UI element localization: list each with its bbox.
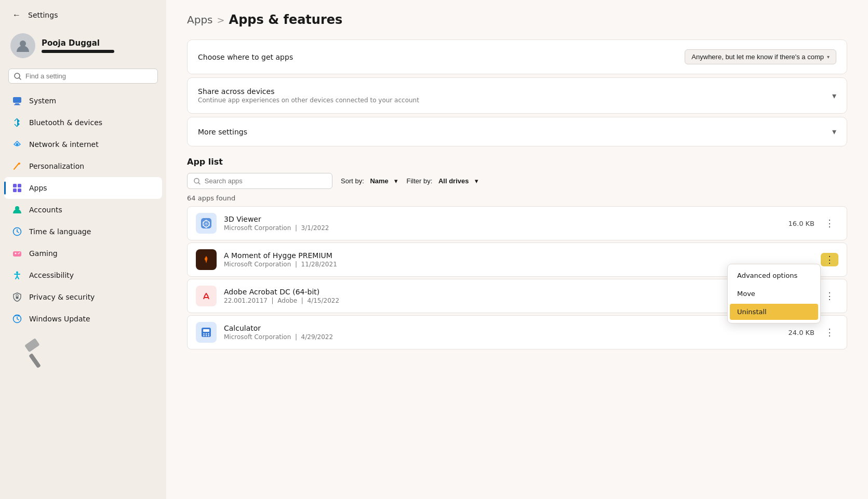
svg-point-45 xyxy=(206,333,207,334)
sidebar-item-bluetooth[interactable]: Bluetooth & devices xyxy=(4,112,162,133)
sidebar-item-personalization-label: Personalization xyxy=(29,162,84,170)
sort-filter-controls: Sort by: Name ▾ Filter by: All drives ▾ xyxy=(341,177,478,185)
system-icon xyxy=(11,95,23,106)
svg-rect-11 xyxy=(13,184,17,187)
main-content: Apps > Apps & features Choose where to g… xyxy=(166,0,868,499)
svg-rect-13 xyxy=(13,188,17,192)
svg-point-46 xyxy=(208,333,209,334)
user-info: Pooja Duggal xyxy=(42,38,114,53)
svg-point-44 xyxy=(203,333,204,334)
svg-rect-4 xyxy=(15,103,19,104)
svg-rect-40 xyxy=(201,291,211,301)
sidebar-item-gaming[interactable]: Gaming xyxy=(4,242,162,264)
bluetooth-icon xyxy=(11,117,23,128)
time-icon xyxy=(11,226,23,237)
app-icon-hygge xyxy=(196,249,217,270)
svg-rect-31 xyxy=(29,353,41,368)
filter-value: All drives xyxy=(438,177,469,185)
search-icon xyxy=(194,178,201,185)
chevron-down-icon: ▾ xyxy=(832,91,836,101)
sort-label: Sort by: xyxy=(341,177,364,185)
three-dots-button-hygge[interactable]: ⋮ xyxy=(821,253,838,266)
app-size-3d-viewer: 16.0 KB xyxy=(788,220,814,227)
three-dots-button-acrobat[interactable]: ⋮ xyxy=(821,289,838,303)
choose-apps-dropdown[interactable]: Anywhere, but let me know if there's a c… xyxy=(685,49,836,64)
accounts-icon xyxy=(11,204,23,215)
breadcrumb-separator: > xyxy=(217,15,225,25)
svg-line-28 xyxy=(17,276,19,279)
svg-rect-14 xyxy=(18,188,21,192)
sidebar-item-gaming-label: Gaming xyxy=(29,249,58,258)
app-right-acrobat: ⋮ xyxy=(821,289,838,303)
app-details-calculator: Calculator Microsoft Corporation | 4/29/… xyxy=(224,324,788,341)
context-menu-move[interactable]: Move xyxy=(728,285,820,303)
sidebar-item-privacy[interactable]: Privacy & security xyxy=(4,286,162,308)
apps-icon xyxy=(11,182,23,194)
more-settings-label: More settings xyxy=(198,128,247,136)
svg-rect-43 xyxy=(203,329,209,332)
nav-list: System Bluetooth & devices Network & int… xyxy=(0,90,166,330)
svg-rect-29 xyxy=(16,296,19,299)
filter-label: Filter by: xyxy=(406,177,432,185)
sidebar-item-time[interactable]: Time & language xyxy=(4,221,162,242)
filter-chevron-icon: ▾ xyxy=(475,177,478,185)
svg-line-2 xyxy=(19,78,21,79)
find-setting-input[interactable] xyxy=(25,72,152,80)
app-icon-3d-viewer xyxy=(196,213,217,234)
sidebar-item-apps-label: Apps xyxy=(29,184,47,192)
search-apps-box[interactable] xyxy=(187,173,332,189)
sort-chevron-icon: ▾ xyxy=(394,177,398,185)
sidebar-item-accounts[interactable]: Accounts xyxy=(4,199,162,221)
app-entry-hygge: A Moment of Hygge PREMIUM Microsoft Corp… xyxy=(187,242,847,277)
chevron-down-icon: ▾ xyxy=(832,127,836,137)
app-size-calculator: 24.0 KB xyxy=(788,329,814,336)
sidebar-item-time-label: Time & language xyxy=(29,227,91,236)
sidebar-item-personalization[interactable]: Personalization xyxy=(4,155,162,177)
share-devices-text: Share across devices Continue app experi… xyxy=(198,87,419,104)
choose-apps-dropdown-value: Anywhere, but let me know if there's a c… xyxy=(691,53,824,61)
three-dots-button-calculator[interactable]: ⋮ xyxy=(821,326,838,339)
sidebar-item-system[interactable]: System xyxy=(4,90,162,112)
svg-point-47 xyxy=(203,335,204,336)
filter-button[interactable]: Filter by: All drives ▾ xyxy=(406,177,478,185)
app-right-3d-viewer: 16.0 KB ⋮ xyxy=(788,217,838,230)
sidebar-header: ← Settings xyxy=(0,0,166,27)
svg-point-10 xyxy=(18,163,20,165)
app-list-controls: Sort by: Name ▾ Filter by: All drives ▾ xyxy=(187,173,847,189)
svg-rect-32 xyxy=(24,338,40,352)
share-devices-row[interactable]: Share across devices Continue app experi… xyxy=(188,78,847,113)
app-right-calculator: 24.0 KB ⋮ xyxy=(788,326,838,339)
personalization-icon xyxy=(11,160,23,172)
search-apps-input[interactable] xyxy=(205,177,326,185)
app-entry-3d-viewer: 3D Viewer Microsoft Corporation | 3/1/20… xyxy=(187,206,847,240)
accessibility-icon xyxy=(11,269,23,281)
app-meta-calculator: Microsoft Corporation | 4/29/2022 xyxy=(224,333,788,341)
context-menu-advanced-options[interactable]: Advanced options xyxy=(728,266,820,285)
svg-rect-12 xyxy=(18,184,21,187)
svg-line-18 xyxy=(17,232,19,233)
three-dots-button-3d-viewer[interactable]: ⋮ xyxy=(821,217,838,230)
apps-found-count: 64 apps found xyxy=(187,194,847,202)
hammer-decoration xyxy=(0,330,166,378)
sidebar-item-accessibility[interactable]: Accessibility xyxy=(4,264,162,286)
svg-rect-3 xyxy=(13,97,21,103)
back-button[interactable]: ← xyxy=(10,8,23,22)
sidebar-item-privacy-label: Privacy & security xyxy=(29,293,95,301)
app-name-calculator: Calculator xyxy=(224,324,788,332)
sidebar-item-network[interactable]: Network & internet xyxy=(4,133,162,155)
svg-line-9 xyxy=(14,164,19,169)
svg-point-22 xyxy=(18,253,19,254)
sort-button[interactable]: Sort by: Name ▾ xyxy=(341,177,398,185)
sidebar-item-apps[interactable]: Apps xyxy=(4,177,162,199)
sort-value: Name xyxy=(370,177,388,185)
find-setting-search[interactable] xyxy=(8,69,158,84)
app-right-hygge: ⋮ xyxy=(821,253,838,266)
settings-window-title: Settings xyxy=(28,11,58,19)
context-menu-uninstall[interactable]: Uninstall xyxy=(730,304,818,320)
more-settings-row[interactable]: More settings ▾ xyxy=(188,117,847,146)
breadcrumb-parent[interactable]: Apps xyxy=(187,14,213,26)
sidebar-item-update-label: Windows Update xyxy=(29,315,90,323)
privacy-icon xyxy=(11,291,23,303)
sidebar: ← Settings Pooja Duggal System xyxy=(0,0,166,499)
sidebar-item-update[interactable]: Windows Update xyxy=(4,308,162,330)
